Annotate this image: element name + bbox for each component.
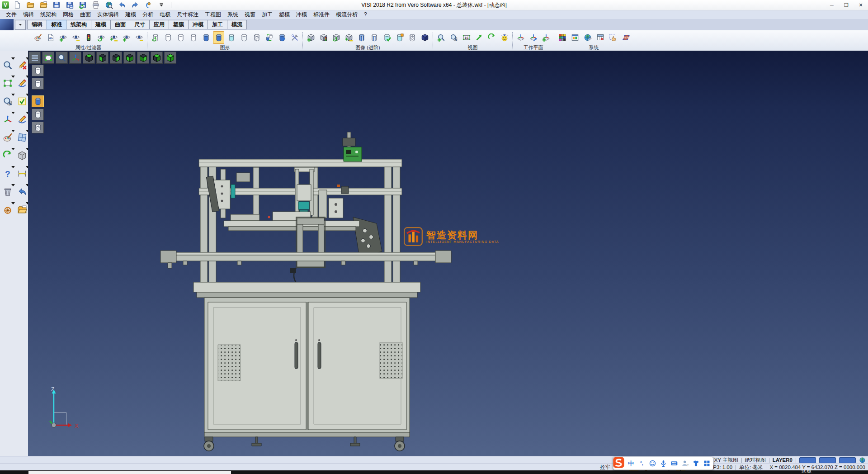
- model-compare-icon[interactable]: [143, 0, 153, 10]
- view-top-icon[interactable]: [83, 52, 95, 64]
- tab-stamping[interactable]: 冲模: [188, 20, 208, 29]
- refresh-render-icon[interactable]: [330, 31, 342, 44]
- print-preview-icon[interactable]: [104, 0, 114, 10]
- help-icon[interactable]: [1, 167, 14, 180]
- pan-view-icon[interactable]: [473, 31, 485, 44]
- view-left-icon[interactable]: [123, 52, 136, 64]
- ime-keyboard-icon[interactable]: [670, 458, 679, 469]
- solid-render-icon[interactable]: [419, 31, 430, 44]
- refresh-visibility-icon[interactable]: [95, 31, 107, 44]
- grid-settings-icon[interactable]: [16, 131, 28, 144]
- ime-toolbox-icon[interactable]: [702, 458, 712, 469]
- copy-attributes-icon[interactable]: [45, 31, 56, 44]
- system-window-icon[interactable]: [569, 31, 580, 44]
- color-table-icon[interactable]: [557, 31, 568, 44]
- restore-button[interactable]: ❐: [839, 0, 854, 10]
- zoom-in-icon[interactable]: [435, 31, 447, 44]
- menu-item[interactable]: 视窗: [241, 10, 259, 19]
- menu-item[interactable]: 工程图: [202, 10, 224, 19]
- menu-item[interactable]: 塑模: [276, 10, 293, 19]
- menu-item[interactable]: 冲模: [293, 10, 310, 19]
- validate-display-icon[interactable]: [381, 31, 392, 44]
- shaded-edges-display-icon[interactable]: [213, 31, 224, 44]
- menu-item[interactable]: 系统: [224, 10, 241, 19]
- wire-overlay-icon[interactable]: [406, 31, 418, 44]
- undo-icon[interactable]: [117, 0, 127, 10]
- attributes-brush-icon[interactable]: [32, 31, 43, 44]
- ghost-mode-icon[interactable]: [32, 109, 44, 120]
- save-all-icon[interactable]: [78, 0, 88, 10]
- menu-item[interactable]: ?: [361, 10, 370, 19]
- open-file-icon[interactable]: [25, 0, 35, 10]
- section-display-icon[interactable]: [356, 31, 367, 44]
- selection-filter-icon[interactable]: [83, 31, 94, 44]
- grid-plane-icon[interactable]: [620, 31, 631, 44]
- zoom-selected-icon[interactable]: [448, 31, 459, 44]
- tab-application[interactable]: 应用: [149, 20, 169, 29]
- view-back-icon[interactable]: [151, 52, 163, 64]
- ime-account-icon[interactable]: [680, 458, 690, 469]
- minimize-button[interactable]: ─: [825, 0, 839, 10]
- tab-dimension[interactable]: 尺寸: [130, 20, 150, 29]
- hide-all-icon[interactable]: [133, 31, 145, 44]
- tab-machining[interactable]: 加工: [208, 20, 227, 29]
- tab-modeling[interactable]: 建模: [91, 20, 111, 29]
- stripe-display-icon[interactable]: [368, 31, 380, 44]
- swap-display-icon[interactable]: [264, 31, 275, 44]
- ghost-display-icon[interactable]: [238, 31, 250, 44]
- toggle-render-icon[interactable]: [343, 31, 354, 44]
- translucent-display-icon[interactable]: [226, 31, 237, 44]
- navigator-icon[interactable]: [1, 204, 14, 216]
- view-isometric-icon[interactable]: [164, 52, 176, 64]
- menu-item[interactable]: 曲面: [77, 10, 94, 19]
- delete-icon[interactable]: [1, 185, 14, 198]
- tab-standard[interactable]: 标准: [47, 20, 66, 29]
- display-settings-icon[interactable]: [289, 31, 300, 44]
- open-project-icon[interactable]: [16, 204, 28, 216]
- zoom-solid-icon[interactable]: [1, 95, 14, 108]
- ime-emoji-icon[interactable]: [648, 458, 658, 469]
- ime-punctuation-icon[interactable]: [637, 458, 647, 469]
- menu-item[interactable]: 尺寸标注: [174, 10, 202, 19]
- view-front-icon[interactable]: [137, 52, 149, 64]
- import-file-icon[interactable]: [38, 0, 48, 10]
- zoom-extents-icon[interactable]: [1, 77, 14, 90]
- menu-item[interactable]: 编辑: [20, 10, 37, 19]
- validate-icon[interactable]: [16, 95, 28, 108]
- taskbar-window-segment[interactable]: [28, 471, 231, 474]
- active-layer-button[interactable]: LAYER0: [773, 457, 793, 463]
- zoom-dynamic-icon[interactable]: [56, 52, 68, 64]
- measure-icon[interactable]: [16, 167, 28, 180]
- menu-item[interactable]: 电极: [156, 10, 174, 19]
- ime-skin-icon[interactable]: [691, 458, 701, 469]
- save-icon[interactable]: [52, 0, 61, 10]
- menu-item[interactable]: 加工: [259, 10, 276, 19]
- edit-curve-icon[interactable]: [16, 77, 28, 90]
- zoom-all-icon[interactable]: [42, 52, 54, 64]
- menu-item[interactable]: 实体编辑: [94, 10, 122, 19]
- menu-item[interactable]: 模流分析: [333, 10, 361, 19]
- perspective-view-icon[interactable]: [499, 31, 510, 44]
- hatch-mode-icon[interactable]: [32, 122, 44, 133]
- viewport-canvas[interactable]: Z X 智造资料网 INTELLIGENT MANUFACTURING DATA: [28, 51, 868, 456]
- workplane-new-icon[interactable]: [540, 31, 552, 44]
- new-document-icon[interactable]: [12, 0, 22, 10]
- workplane-icon[interactable]: [515, 31, 526, 44]
- sogou-logo-icon[interactable]: [615, 458, 625, 469]
- view-right-icon[interactable]: [110, 52, 122, 64]
- zoom-window-icon[interactable]: [1, 59, 14, 71]
- undo-icon[interactable]: [16, 185, 28, 198]
- edit-spline-icon[interactable]: [16, 113, 28, 126]
- add-render-icon[interactable]: [305, 31, 316, 44]
- view-bottom-icon[interactable]: [96, 52, 108, 64]
- print-icon[interactable]: [91, 0, 101, 10]
- edit-display-icon[interactable]: [276, 31, 288, 44]
- wireframe-mode-icon[interactable]: [32, 65, 44, 76]
- tab-flow[interactable]: 模流: [227, 20, 247, 29]
- menu-item[interactable]: 线架构: [37, 10, 60, 19]
- view-axis-icon[interactable]: [69, 52, 81, 64]
- menu-item[interactable]: 分析: [139, 10, 156, 19]
- view-orientation-icon[interactable]: [1, 113, 14, 126]
- shaded-display-icon[interactable]: [200, 31, 212, 44]
- regenerate-icon[interactable]: [1, 149, 14, 162]
